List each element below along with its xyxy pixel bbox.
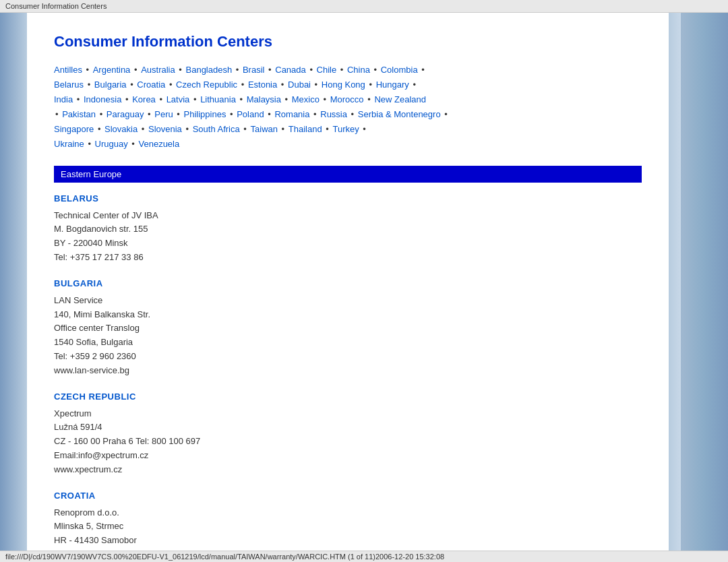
country-details-belarus: Technical Center of JV IBA M. Bogdanovic… (54, 209, 642, 265)
link-paraguay[interactable]: Paraguay (107, 109, 144, 119)
bullet: • (128, 80, 136, 90)
bullet: • (266, 109, 274, 119)
bullet: • (321, 94, 329, 104)
bullet: • (191, 94, 199, 104)
link-brasil[interactable]: Brasil (243, 65, 265, 75)
bullet: • (183, 124, 191, 134)
country-details-czech-republic: Xpectrum Lužná 591/4 CZ - 160 00 Praha 6… (54, 407, 642, 477)
bullet: • (279, 124, 287, 134)
link-taiwan[interactable]: Taiwan (251, 124, 278, 134)
link-uruguay[interactable]: Uruguay (95, 139, 128, 149)
bullet: • (241, 124, 249, 134)
link-bangladesh[interactable]: Bangladesh (186, 65, 233, 75)
link-slovakia[interactable]: Slovakia (104, 124, 138, 134)
link-peru[interactable]: Peru (154, 109, 173, 119)
bullet: • (95, 124, 103, 134)
link-mexico[interactable]: Mexico (292, 94, 320, 104)
bullet: • (348, 109, 357, 119)
country-section-belarus: BELARUS Technical Center of JV IBA M. Bo… (54, 193, 642, 265)
bullet: • (311, 109, 319, 119)
link-indonesia[interactable]: Indonesia (84, 94, 121, 104)
link-thailand[interactable]: Thailand (289, 124, 322, 134)
link-venezuela[interactable]: Venezuela (139, 139, 180, 149)
link-argentina[interactable]: Argentina (93, 65, 131, 75)
bullet: • (307, 65, 315, 75)
bullet: • (131, 65, 140, 75)
page-title: Consumer Information Centers (54, 33, 642, 51)
link-colombia[interactable]: Colombia (381, 65, 418, 75)
bullet: • (55, 109, 61, 119)
link-australia[interactable]: Australia (141, 65, 175, 75)
link-czech-republic[interactable]: Czech Republic (176, 80, 237, 90)
bullet: • (411, 80, 416, 90)
status-bar: file:///D|/cd/190WV7/190WV7CS.00%20EDFU-… (0, 551, 728, 562)
bullet: • (74, 94, 82, 104)
bullet: • (278, 80, 286, 90)
status-bar-text: file:///D|/cd/190WV7/190WV7CS.00%20EDFU-… (5, 553, 444, 561)
link-singapore[interactable]: Singapore (54, 124, 94, 134)
link-hong-kong[interactable]: Hong Kong (322, 80, 365, 90)
link-malaysia[interactable]: Malaysia (247, 94, 281, 104)
country-title-croatia: CROATIA (54, 491, 642, 501)
country-details-bulgaria: LAN Service 140, Mimi Balkanska Str. Off… (54, 294, 642, 378)
link-hungary[interactable]: Hungary (376, 80, 409, 90)
bullet: • (139, 124, 147, 134)
bullet: • (227, 109, 235, 119)
bullet: • (266, 65, 274, 75)
link-croatia[interactable]: Croatia (137, 80, 165, 90)
bullet: • (239, 80, 247, 90)
country-title-czech-republic: CZECH REPUBLIC (54, 392, 642, 402)
link-ukraine[interactable]: Ukraine (54, 139, 84, 149)
bullet: • (86, 139, 94, 149)
bullet: • (129, 139, 138, 149)
main-content: Consumer Information Centers Antilles • … (27, 13, 669, 561)
link-antilles[interactable]: Antilles (54, 65, 82, 75)
bullet: • (166, 80, 175, 90)
link-belarus[interactable]: Belarus (54, 80, 84, 90)
bullet: • (312, 80, 320, 90)
link-philippines[interactable]: Philippines (184, 109, 226, 119)
links-section: Antilles • Argentina • Australia • Bangl… (54, 63, 642, 152)
bullet: • (367, 80, 375, 90)
bullet: • (233, 65, 241, 75)
link-pakistan[interactable]: Pakistan (62, 109, 96, 119)
bullet: • (157, 94, 165, 104)
link-new-zealand[interactable]: New Zealand (374, 94, 426, 104)
bullet: • (442, 109, 448, 119)
link-slovenia[interactable]: Slovenia (148, 124, 182, 134)
bullet: • (123, 94, 131, 104)
link-korea[interactable]: Korea (132, 94, 156, 104)
bullet: • (84, 65, 92, 75)
page-wrapper: Consumer Information Centers Consumer In… (0, 0, 728, 562)
country-section-bulgaria: BULGARIA LAN Service 140, Mimi Balkanska… (54, 278, 642, 378)
link-turkey[interactable]: Turkey (332, 124, 359, 134)
link-estonia[interactable]: Estonia (248, 80, 277, 90)
link-latvia[interactable]: Latvia (166, 94, 190, 104)
section-header: Eastern Europe (54, 166, 642, 183)
link-russia[interactable]: Russia (320, 109, 347, 119)
link-romania[interactable]: Romania (274, 109, 309, 119)
link-bulgaria[interactable]: Bulgaria (94, 80, 127, 90)
link-serbia-montenegro[interactable]: Serbia & Montenegro (358, 109, 441, 119)
link-canada[interactable]: Canada (275, 65, 306, 75)
link-chile[interactable]: Chile (317, 65, 337, 75)
link-morocco[interactable]: Morocco (330, 94, 364, 104)
left-sidebar (0, 13, 27, 561)
bullet: • (175, 109, 183, 119)
right-sidebar-1 (669, 13, 681, 561)
link-south-africa[interactable]: South Africa (193, 124, 240, 134)
link-dubai[interactable]: Dubai (288, 80, 311, 90)
link-china[interactable]: China (347, 65, 370, 75)
right-sidebar-3 (704, 13, 728, 561)
bullet: • (361, 124, 366, 134)
right-sidebar-2 (681, 13, 704, 561)
country-title-bulgaria: BULGARIA (54, 278, 642, 288)
link-india[interactable]: India (54, 94, 73, 104)
bullet: • (324, 124, 332, 134)
link-lithuania[interactable]: Lithuania (200, 94, 236, 104)
title-bar-text: Consumer Information Centers (5, 2, 107, 10)
outer-layout: Consumer Information Centers Antilles • … (0, 13, 728, 561)
bullet: • (365, 94, 373, 104)
link-poland[interactable]: Poland (237, 109, 264, 119)
bullet: • (97, 109, 105, 119)
